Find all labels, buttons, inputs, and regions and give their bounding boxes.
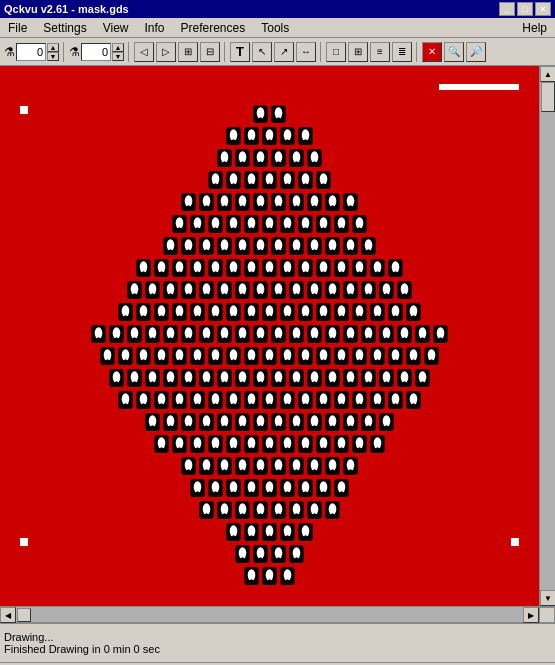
svg-point-20 [285,139,288,142]
menu-preferences[interactable]: Preferences [177,20,250,36]
scrollbar-horizontal[interactable]: ◀ ▶ [0,607,539,622]
tool-arrow[interactable]: ↗ [274,42,294,62]
menu-tools[interactable]: Tools [257,20,293,36]
svg-point-164 [141,271,144,274]
svg-point-70 [220,195,228,207]
svg-point-265 [175,305,183,317]
filter2-down[interactable]: ▼ [112,52,124,61]
canvas-area[interactable] [0,66,539,606]
svg-point-383 [195,359,198,362]
menu-file[interactable]: File [4,20,31,36]
svg-point-4 [256,107,264,119]
separator-2 [128,42,130,62]
scroll-up-button[interactable]: ▲ [540,66,555,82]
filter2-up[interactable]: ▲ [112,43,124,52]
svg-point-128 [168,249,171,252]
filter2-input[interactable] [81,43,111,61]
minimize-button[interactable]: _ [499,2,515,16]
tool-layers[interactable]: ≡ [370,42,390,62]
svg-point-725 [285,579,288,582]
svg-point-350 [348,337,351,340]
svg-point-236 [294,293,297,296]
svg-point-560 [330,425,333,428]
svg-point-140 [240,249,243,252]
tool-cursor[interactable]: ↖ [252,42,272,62]
main-area: ▲ ▼ [0,66,555,606]
tool-zoom-in[interactable]: 🔍 [444,42,464,62]
svg-point-311 [114,337,117,340]
svg-point-374 [141,359,144,362]
tool-btn-2[interactable]: ▷ [156,42,176,62]
svg-point-88 [328,195,336,207]
svg-point-38 [294,161,297,164]
filter-icon-1: ⚗ [4,45,15,59]
scroll-right-button[interactable]: ▶ [523,607,539,623]
svg-point-331 [238,327,246,339]
menu-info[interactable]: Info [141,20,169,36]
svg-point-710 [258,557,261,560]
scroll-thumb-vertical[interactable] [541,82,555,112]
maximize-button[interactable]: □ [517,2,533,16]
svg-point-281 [267,315,270,318]
tool-grid[interactable]: ⊞ [348,42,368,62]
scroll-track-horizontal[interactable] [16,607,523,622]
svg-point-359 [402,337,405,340]
svg-point-445 [238,371,246,383]
svg-point-41 [312,161,315,164]
scroll-left-button[interactable]: ◀ [0,607,16,623]
svg-point-349 [346,327,354,339]
svg-point-197 [339,271,342,274]
tool-props[interactable]: ≣ [392,42,412,62]
tool-btn-1[interactable]: ◁ [134,42,154,62]
svg-point-44 [213,183,216,186]
svg-point-245 [348,293,351,296]
svg-point-302 [393,315,396,318]
scrollbar-vertical[interactable]: ▲ ▼ [539,66,555,606]
svg-point-595 [301,437,309,449]
svg-point-293 [339,315,342,318]
tool-btn-4[interactable]: ⊟ [200,42,220,62]
tool-red[interactable]: ✕ [422,42,442,62]
svg-point-485 [159,403,162,406]
svg-point-227 [240,293,243,296]
svg-point-521 [375,403,378,406]
scroll-thumb-horizontal[interactable] [17,608,31,622]
svg-point-329 [222,337,225,340]
tool-rect[interactable]: □ [326,42,346,62]
svg-point-104 [231,227,234,230]
separator-3 [224,42,226,62]
tool-text[interactable]: T [230,42,250,62]
svg-point-656 [285,491,288,494]
scroll-down-button[interactable]: ▼ [540,590,555,606]
svg-point-250 [382,283,390,295]
svg-point-410 [357,359,360,362]
filter1-input[interactable] [16,43,46,61]
svg-point-334 [256,327,264,339]
svg-point-452 [276,381,279,384]
tool-btn-3[interactable]: ⊞ [178,42,198,62]
svg-point-700 [283,525,291,537]
menu-view[interactable]: View [99,20,133,36]
tool-measure[interactable]: ↔ [296,42,316,62]
filter1-down[interactable]: ▼ [47,52,59,61]
filter1-up[interactable]: ▲ [47,43,59,52]
close-button[interactable]: × [535,2,551,16]
tool-zoom-out[interactable]: 🔎 [466,42,486,62]
svg-point-508 [301,393,309,405]
svg-point-178 [229,261,237,273]
menu-help[interactable]: Help [518,20,551,36]
corner-marker-tl [20,106,28,114]
svg-point-422 [429,359,432,362]
scroll-track-vertical[interactable] [540,82,555,590]
svg-point-139 [238,239,246,251]
svg-point-242 [330,293,333,296]
svg-point-551 [276,425,279,428]
svg-point-59 [303,183,306,186]
menu-settings[interactable]: Settings [39,20,90,36]
svg-point-697 [265,525,273,537]
svg-point-706 [238,547,246,559]
svg-point-154 [328,239,336,251]
svg-point-233 [276,293,279,296]
svg-point-14 [249,139,252,142]
svg-point-376 [157,349,165,361]
